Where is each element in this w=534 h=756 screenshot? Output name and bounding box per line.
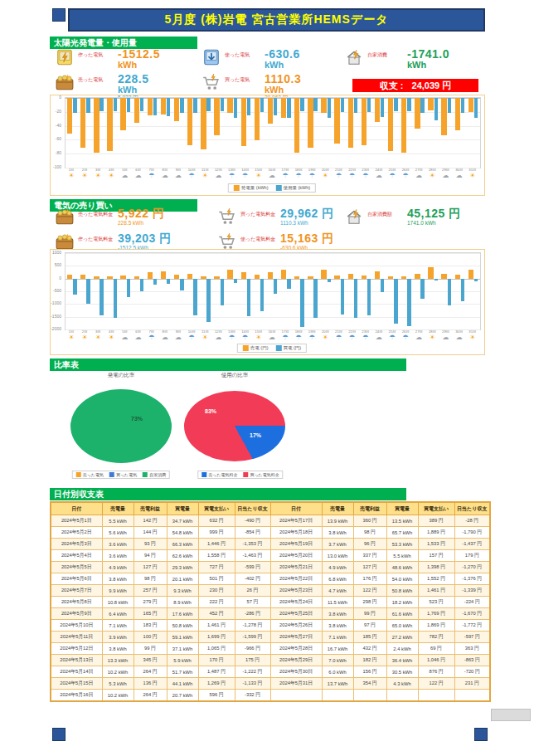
weather-icon: ☁ — [132, 173, 145, 179]
bar-group — [226, 253, 240, 329]
stat-label: 自家消費 — [367, 48, 404, 59]
table-row: 2024年5月1日5.5 kWh142 円34.7 kWh632 円-490 円… — [51, 515, 490, 527]
stat-value-block: 29,962 円 1110.3 kWh — [280, 207, 334, 227]
legend-chip — [244, 472, 249, 477]
legend-label: 売った電気 — [83, 472, 104, 477]
y-tick-label: 0 — [59, 95, 61, 100]
bar-group — [240, 98, 253, 168]
table-cell — [322, 690, 353, 702]
trade-chart-y-axis: 10005000-500-1000-1500-2000 — [43, 252, 63, 329]
table-cell: 5.5 kWh — [102, 515, 134, 527]
table-cell: 2024年5月2日 — [51, 527, 102, 539]
legend-item: 買った電気 — [109, 472, 137, 477]
table-cell: 257 円 — [134, 585, 167, 597]
table-cell: 37.1 kWh — [167, 643, 198, 655]
table-cell: 1,699 円 — [198, 632, 235, 643]
table-cell: 1,889 円 — [418, 527, 454, 539]
table-cell: 183 円 — [134, 620, 167, 632]
money-chest-icon — [55, 232, 75, 251]
stat-label: 使った電気料金 — [240, 232, 277, 243]
bar-group — [212, 253, 226, 329]
bar-series2 — [274, 98, 277, 115]
stat-value-block: 45,125 円 1741.0 kWh — [407, 207, 461, 227]
weather-icon: ☂ — [386, 173, 399, 179]
bar-series1 — [294, 276, 299, 279]
usage-ratio-pie — [184, 391, 285, 461]
table-cell: 34.7 kWh — [167, 515, 198, 527]
table-cell: 13.9 kWh — [322, 515, 353, 527]
table-cell: -1,599 円 — [235, 632, 270, 643]
stat-value: 228.5 — [118, 73, 149, 85]
table-row: 2024年5月15日5.3 kWh136 円44.1 kWh1,269 円-1,… — [51, 678, 490, 690]
stat-unit: kWh — [265, 85, 301, 95]
bar-series2 — [86, 98, 90, 113]
legend-item: 発電量 (kWh) — [234, 185, 269, 191]
table-cell: 1,552 円 — [418, 573, 454, 585]
table-cell: 53.3 kWh — [386, 539, 418, 550]
weather-icon: ☂ — [346, 173, 359, 179]
y-tick-label: 500 — [55, 262, 61, 267]
table-cell: 360 円 — [353, 515, 386, 527]
table-cell: 5.5 kWh — [386, 550, 418, 562]
bar-series2 — [274, 279, 277, 294]
table-cell: 165 円 — [134, 608, 167, 620]
table-cell: 389 円 — [418, 515, 454, 527]
table-cell: 59.1 kWh — [167, 632, 198, 643]
house-energy-icon — [344, 48, 364, 66]
table-cell: 363 円 — [454, 643, 490, 655]
legend-item: 自家消費 — [143, 472, 166, 477]
table-row: 2024年5月7日9.9 kWh257 円9.3 kWh230 円26 円202… — [51, 585, 490, 597]
bar-group — [400, 98, 413, 168]
legend-label: 発電量 (kWh) — [241, 185, 269, 191]
table-cell: 1,046 円 — [418, 655, 454, 666]
table-cell: -854 円 — [235, 527, 270, 539]
usage-icon — [201, 48, 221, 66]
bars-layer — [66, 98, 480, 168]
table-cell: 2024年5月14日 — [51, 666, 102, 678]
bar-series2 — [153, 98, 157, 115]
table-cell: 2024年5月23日 — [270, 585, 322, 597]
bar-series2 — [434, 279, 438, 280]
table-cell: 61.6 kWh — [386, 608, 418, 620]
bar-series1 — [67, 275, 72, 278]
stat-label: 買った電気料金 — [240, 207, 277, 218]
table-cell: 3.8 kWh — [322, 527, 353, 539]
bar-group — [293, 98, 306, 168]
cart-icon — [201, 73, 221, 91]
table-cell: 2024年5月6日 — [51, 573, 102, 585]
bar-series1 — [214, 276, 219, 279]
bar-series1 — [201, 276, 206, 279]
table-cell: 10.8 kWh — [102, 597, 134, 608]
table-row: 2024年5月16日10.2 kWh264 円20.7 kWh596 円-332… — [51, 690, 490, 702]
table-cell: 2024年5月10日 — [51, 620, 102, 632]
bar-series1 — [80, 98, 85, 148]
stat-value: -630.6 — [265, 48, 300, 61]
weather-icon: ☂ — [305, 334, 318, 341]
stat-value-block: -1512.5 kWh — [118, 48, 160, 71]
table-cell: 1,461 円 — [418, 585, 454, 597]
legend-item: 売った電気料金 — [201, 472, 237, 477]
stat-label: 売った電気 — [78, 73, 114, 84]
table-cell: 51.7 kWh — [167, 666, 198, 678]
table-cell: 7.1 kWh — [102, 620, 134, 632]
table-cell: -1,437 円 — [454, 539, 490, 550]
y-tick-label: -1000 — [51, 300, 61, 305]
weather-icon: ☂ — [333, 173, 346, 179]
table-cell: -1,222 円 — [235, 666, 270, 678]
bar-series2 — [420, 279, 424, 299]
table-cell: 62.6 kWh — [167, 550, 198, 562]
bar-group — [159, 98, 172, 168]
weather-icon: ☀ — [91, 173, 104, 179]
bar-series1 — [67, 98, 72, 134]
bar-group — [119, 98, 133, 168]
bar-series2 — [300, 279, 303, 327]
bar-group — [119, 253, 133, 329]
stat-value: 15,163 円 — [280, 232, 334, 245]
legend-label: 売った電気料金 — [208, 472, 237, 477]
bar-series1 — [241, 272, 246, 279]
bar-group — [172, 253, 186, 329]
stat-label: 作った電気料金 — [78, 232, 114, 243]
weather-icon: ☀ — [466, 173, 479, 179]
table-cell: 1,446 円 — [198, 539, 235, 550]
table-cell: -1,133 円 — [235, 678, 270, 690]
